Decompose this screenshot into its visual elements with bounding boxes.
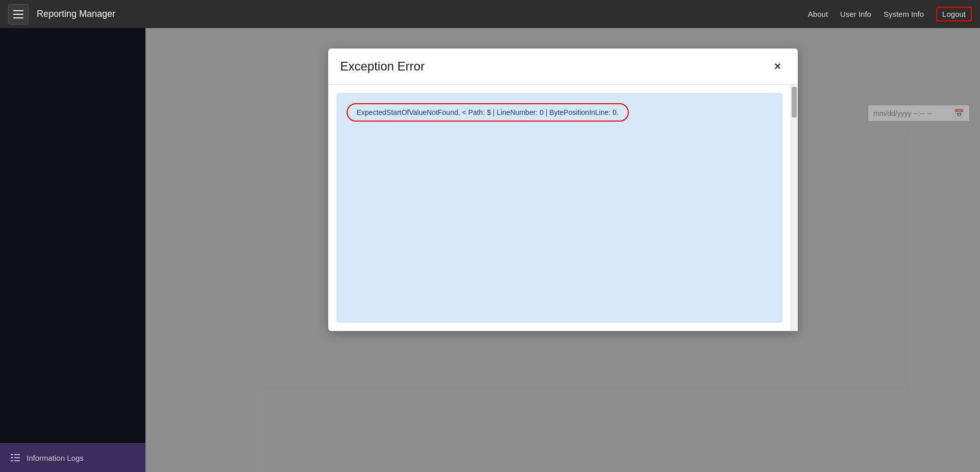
- hamburger-button[interactable]: [8, 4, 29, 25]
- sidebar-bottom: Information Logs: [0, 443, 145, 472]
- navbar-links: About User Info System Info Logout: [808, 7, 972, 21]
- about-link[interactable]: About: [808, 10, 828, 18]
- svg-rect-2: [11, 457, 13, 458]
- modal-header: Exception Error ×: [328, 49, 798, 85]
- modal-title: Exception Error: [340, 59, 425, 74]
- error-content-area: ExpectedStartOfValueNotFound, < Path: $ …: [336, 93, 782, 323]
- list-icon: [10, 453, 20, 463]
- modal-scrollbar[interactable]: [791, 85, 798, 331]
- svg-rect-1: [14, 454, 20, 455]
- error-message: ExpectedStartOfValueNotFound, < Path: $ …: [347, 103, 629, 122]
- modal-overlay: Exception Error × ExpectedStartOfValueNo…: [145, 28, 980, 472]
- hamburger-line-1: [13, 10, 23, 11]
- modal-body-container: ExpectedStartOfValueNotFound, < Path: $ …: [328, 85, 798, 331]
- app-title: Reporting Manager: [37, 9, 115, 19]
- hamburger-line-2: [13, 14, 23, 15]
- logout-link[interactable]: Logout: [936, 7, 972, 21]
- modal-scroll-thumb: [792, 87, 797, 117]
- svg-rect-4: [11, 460, 13, 461]
- exception-error-modal: Exception Error × ExpectedStartOfValueNo…: [328, 49, 798, 331]
- sidebar-item-information-logs[interactable]: Information Logs: [0, 443, 145, 472]
- svg-rect-0: [11, 454, 13, 455]
- svg-rect-3: [14, 457, 20, 458]
- sidebar-content: [0, 28, 145, 443]
- system-info-link[interactable]: System Info: [884, 10, 924, 18]
- hamburger-line-3: [13, 17, 23, 18]
- modal-close-button[interactable]: ×: [770, 59, 786, 74]
- user-info-link[interactable]: User Info: [840, 10, 871, 18]
- sidebar: Information Logs: [0, 28, 145, 472]
- sidebar-item-label: Information Logs: [27, 454, 84, 462]
- svg-rect-5: [14, 460, 20, 461]
- modal-body: ExpectedStartOfValueNotFound, < Path: $ …: [328, 85, 791, 331]
- navbar: Reporting Manager About User Info System…: [0, 0, 980, 28]
